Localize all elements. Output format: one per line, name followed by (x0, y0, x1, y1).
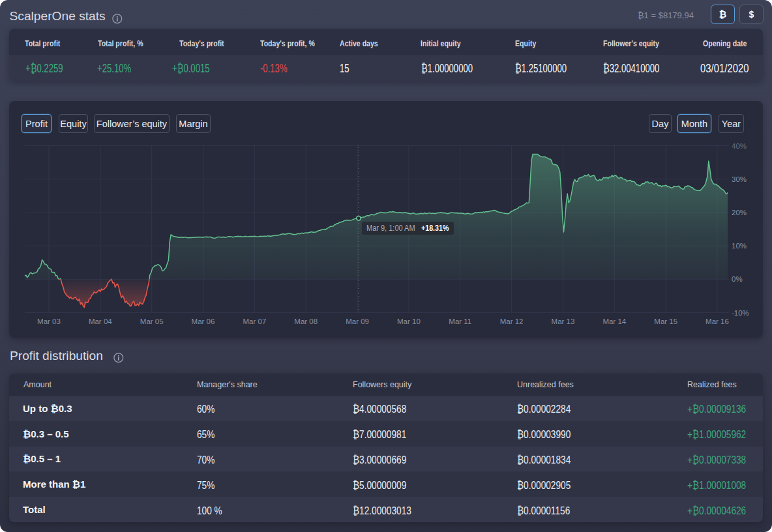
svg-text:Mar 05: Mar 05 (140, 318, 164, 325)
svg-text:20%: 20% (732, 209, 747, 216)
svg-text:10%: 10% (732, 242, 747, 250)
svg-text:-10%: -10% (732, 309, 749, 317)
svg-text:Mar 11: Mar 11 (449, 318, 471, 325)
svg-text:Mar 07: Mar 07 (243, 318, 267, 325)
svg-text:Mar 06: Mar 06 (192, 318, 215, 325)
svg-text:Mar 12: Mar 12 (500, 318, 524, 325)
svg-text:0%: 0% (732, 275, 743, 283)
svg-text:Mar 09: Mar 09 (346, 318, 369, 325)
svg-text:Mar 10: Mar 10 (397, 318, 421, 325)
svg-text:30%: 30% (732, 175, 747, 183)
svg-text:Mar 03: Mar 03 (37, 318, 61, 325)
svg-text:Mar 14: Mar 14 (602, 318, 626, 325)
svg-text:Mar 08: Mar 08 (294, 318, 318, 325)
svg-text:Mar 04: Mar 04 (89, 318, 112, 325)
svg-text:Mar 13: Mar 13 (552, 318, 575, 325)
svg-text:Mar 16: Mar 16 (705, 318, 729, 325)
svg-text:Mar 15: Mar 15 (654, 318, 677, 325)
svg-text:40%: 40% (732, 142, 747, 150)
